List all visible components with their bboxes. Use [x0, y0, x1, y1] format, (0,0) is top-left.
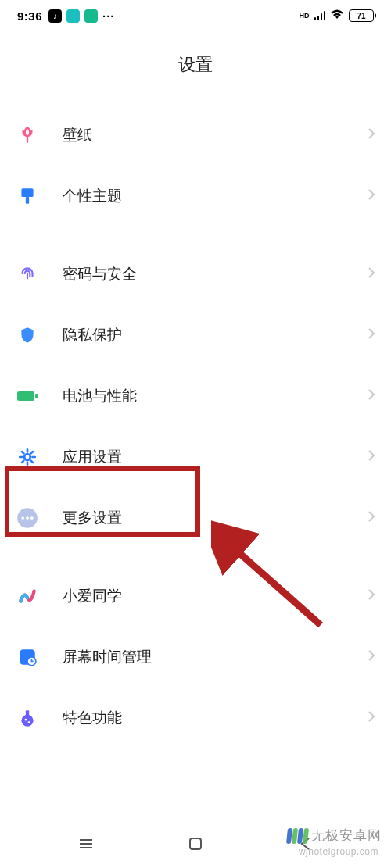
svg-rect-3: [35, 394, 38, 398]
item-label: 个性主题: [63, 186, 368, 206]
settings-item-xiaoai[interactable]: 小爱同学: [16, 566, 375, 627]
svg-point-7: [26, 516, 29, 520]
settings-item-screentime[interactable]: 屏幕时间管理: [16, 627, 375, 688]
chevron-right-icon: [368, 327, 375, 343]
wifi-icon: [330, 9, 344, 23]
settings-item-more[interactable]: 更多设置: [16, 488, 375, 548]
svg-rect-0: [21, 188, 33, 197]
chevron-right-icon: [368, 710, 375, 726]
chevron-right-icon: [368, 266, 375, 282]
chevron-right-icon: [368, 510, 375, 526]
hd-indicator: HD: [300, 13, 310, 20]
svg-rect-2: [17, 391, 34, 401]
watermark-logo-icon: [287, 828, 308, 844]
xiaoai-icon: [16, 584, 39, 608]
tiktok-icon: ♪: [48, 9, 62, 23]
apps-icon: [16, 445, 39, 469]
svg-rect-20: [190, 838, 201, 849]
item-label: 特色功能: [63, 708, 368, 728]
nav-home-button[interactable]: [180, 828, 211, 859]
battery-icon: [16, 384, 39, 408]
item-label: 应用设置: [63, 447, 368, 467]
svg-rect-12: [26, 710, 29, 716]
svg-point-13: [25, 719, 27, 721]
settings-item-security[interactable]: 密码与安全: [16, 244, 375, 305]
more-icon: [16, 506, 39, 530]
battery-indicator: 71: [349, 9, 374, 22]
chevron-right-icon: [368, 127, 375, 143]
security-icon: [16, 263, 39, 286]
svg-point-4: [24, 454, 30, 460]
settings-item-theme[interactable]: 个性主题: [16, 166, 375, 227]
screentime-icon: [16, 645, 39, 669]
chevron-right-icon: [368, 388, 375, 404]
svg-point-14: [28, 721, 30, 723]
item-label: 壁纸: [63, 125, 368, 145]
item-label: 更多设置: [63, 508, 368, 528]
theme-icon: [16, 184, 39, 208]
app-icon-2: [84, 9, 98, 23]
chevron-right-icon: [368, 588, 375, 604]
item-label: 电池与性能: [63, 386, 368, 406]
nav-menu-button[interactable]: [70, 828, 102, 859]
chevron-right-icon: [368, 188, 375, 204]
item-label: 小爱同学: [63, 586, 368, 606]
item-label: 密码与安全: [63, 264, 368, 284]
app-icon-1: [66, 9, 80, 23]
settings-item-battery[interactable]: 电池与性能: [16, 366, 375, 427]
privacy-icon: [16, 323, 39, 347]
settings-item-wallpaper[interactable]: 壁纸: [16, 105, 375, 166]
watermark: 无极安卓网: [287, 827, 382, 845]
item-label: 隐私保护: [63, 325, 368, 345]
watermark-url: wjhotelgroup.com: [299, 846, 378, 857]
settings-item-apps[interactable]: 应用设置: [16, 427, 375, 488]
chevron-right-icon: [368, 649, 375, 665]
page-title: 设置: [0, 31, 391, 105]
signal-icon: [314, 11, 326, 20]
more-notifications-icon: ···: [102, 9, 115, 23]
svg-point-6: [21, 516, 24, 520]
status-time: 9:36: [17, 9, 42, 23]
settings-item-features[interactable]: 特色功能: [16, 688, 375, 748]
status-bar: 9:36 ♪ ··· HD 71: [0, 0, 391, 31]
settings-item-privacy[interactable]: 隐私保护: [16, 305, 375, 366]
svg-point-8: [30, 516, 34, 520]
svg-rect-1: [26, 197, 29, 204]
svg-point-11: [21, 715, 33, 727]
item-label: 屏幕时间管理: [63, 647, 368, 667]
chevron-right-icon: [368, 449, 375, 465]
features-icon: [16, 706, 39, 730]
wallpaper-icon: [16, 123, 39, 147]
